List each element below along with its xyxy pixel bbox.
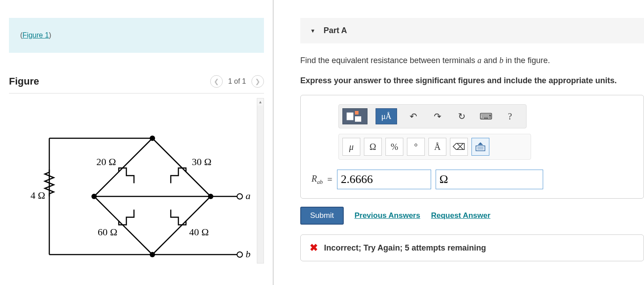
pager-prev-button[interactable]: ❮ bbox=[210, 75, 223, 88]
terminal-a-label: a bbox=[246, 190, 251, 201]
svg-line-3 bbox=[94, 138, 152, 196]
svg-point-12 bbox=[208, 194, 213, 199]
keyboard-small-icon bbox=[475, 142, 486, 151]
svg-rect-20 bbox=[476, 146, 485, 151]
symbol-angstrom-button[interactable]: Å bbox=[428, 138, 446, 156]
svg-rect-18 bbox=[355, 116, 361, 122]
keyboard-small-button[interactable] bbox=[471, 138, 489, 156]
resistor-bottomleft-label: 60 Ω bbox=[98, 226, 117, 238]
template-icon bbox=[346, 111, 364, 122]
answer-unit-input[interactable] bbox=[436, 170, 543, 189]
redo-button[interactable]: ↷ bbox=[429, 108, 445, 124]
symbol-degree-button[interactable]: ° bbox=[407, 138, 425, 156]
svg-line-6 bbox=[152, 196, 211, 255]
incorrect-icon: ✖ bbox=[310, 242, 318, 254]
figure-scrollbar[interactable]: ▲ bbox=[257, 98, 264, 264]
answer-box: μÅ ↶ ↷ ↻ ⌨ ? μ Ω % ° Å ⌫ bbox=[300, 95, 644, 199]
resistor-topright-label: 30 Ω bbox=[192, 156, 212, 167]
backspace-icon: ⌫ bbox=[453, 141, 465, 152]
resistor-topleft-label: 20 Ω bbox=[96, 156, 116, 167]
svg-marker-19 bbox=[478, 142, 483, 145]
svg-point-14 bbox=[237, 194, 242, 199]
symbol-toolbar: μ Ω % ° Å ⌫ bbox=[338, 134, 531, 160]
svg-point-11 bbox=[91, 194, 97, 199]
equals-sign: = bbox=[327, 174, 332, 185]
figure-header: Figure ❮ 1 of 1 ❯ bbox=[9, 75, 264, 94]
backspace-button[interactable]: ⌫ bbox=[450, 138, 468, 156]
keyboard-icon: ⌨ bbox=[480, 111, 493, 122]
figure-viewport: ▲ bbox=[9, 98, 264, 264]
figure-reference-box: (Figure 1) bbox=[9, 18, 264, 53]
request-answer-link[interactable]: Request Answer bbox=[431, 211, 491, 220]
answer-value-input[interactable] bbox=[337, 170, 431, 189]
collapse-caret-icon: ▼ bbox=[310, 28, 316, 34]
undo-icon: ↶ bbox=[410, 111, 417, 122]
question-prompt: Find the equivalent resistance between t… bbox=[300, 55, 644, 67]
part-title: Part A bbox=[324, 26, 347, 35]
terminal-b-label: b bbox=[246, 248, 251, 259]
answer-variable-label: Rab bbox=[311, 174, 323, 186]
svg-rect-17 bbox=[355, 111, 359, 115]
feedback-box: ✖ Incorrect; Try Again; 5 attempts remai… bbox=[300, 234, 644, 261]
resistor-bottomright-label: 40 Ω bbox=[189, 226, 209, 238]
equation-toolbar: μÅ ↶ ↷ ↻ ⌨ ? bbox=[338, 104, 527, 128]
help-button[interactable]: ? bbox=[502, 108, 518, 124]
feedback-text: Incorrect; Try Again; 5 attempts remaini… bbox=[324, 243, 486, 253]
figure-title: Figure bbox=[9, 76, 39, 87]
svg-point-13 bbox=[150, 252, 155, 257]
part-header[interactable]: ▼ Part A bbox=[300, 18, 644, 43]
redo-icon: ↷ bbox=[434, 111, 441, 122]
pager-label: 1 of 1 bbox=[228, 77, 246, 85]
resistor-left-label: 4 Ω bbox=[30, 190, 45, 201]
previous-answers-link[interactable]: Previous Answers bbox=[354, 211, 420, 220]
submit-button[interactable]: Submit bbox=[300, 207, 344, 225]
answer-row: Rab = bbox=[311, 170, 633, 189]
left-panel: (Figure 1) Figure ❮ 1 of 1 ❯ ▲ bbox=[0, 0, 273, 285]
symbol-mu-button[interactable]: μ bbox=[342, 138, 360, 156]
right-panel: ▼ Part A Find the equivalent resistance … bbox=[273, 0, 644, 285]
undo-button[interactable]: ↶ bbox=[405, 108, 421, 124]
reset-button[interactable]: ↻ bbox=[454, 108, 470, 124]
figure-link[interactable]: Figure 1 bbox=[22, 31, 49, 39]
svg-point-15 bbox=[237, 252, 242, 257]
units-button[interactable]: μÅ bbox=[376, 108, 397, 124]
figure-pager: ❮ 1 of 1 ❯ bbox=[210, 75, 264, 88]
keyboard-button[interactable]: ⌨ bbox=[478, 108, 494, 124]
scroll-up-icon[interactable]: ▲ bbox=[257, 98, 264, 106]
svg-line-5 bbox=[94, 196, 152, 255]
reset-icon: ↻ bbox=[458, 111, 466, 122]
svg-point-10 bbox=[150, 136, 155, 141]
action-row: Submit Previous Answers Request Answer bbox=[300, 207, 644, 225]
answer-instruction: Express your answer to three significant… bbox=[300, 75, 644, 87]
svg-rect-16 bbox=[347, 113, 353, 120]
svg-line-4 bbox=[152, 138, 211, 196]
pager-next-button[interactable]: ❯ bbox=[251, 75, 264, 88]
symbol-percent-button[interactable]: % bbox=[385, 138, 403, 156]
template-button[interactable] bbox=[342, 108, 367, 124]
circuit-diagram: 4 Ω 20 Ω 30 Ω 60 Ω 40 Ω a b bbox=[18, 120, 251, 259]
symbol-ohm-button[interactable]: Ω bbox=[364, 138, 382, 156]
